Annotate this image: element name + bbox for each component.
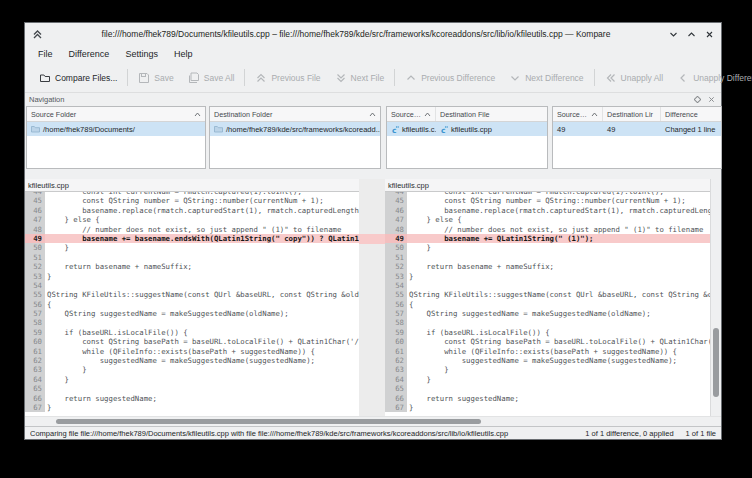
code-line-source-55: 55QString KFileUtils::suggestName(const … xyxy=(25,290,359,299)
navigation-row-source-folder[interactable]: /home/fhek789/Documents/ xyxy=(27,122,205,136)
code-text: // number does not exist, so just append… xyxy=(45,225,359,234)
source-diff-pane[interactable]: kfileutils.cpp 44 const int currentNum =… xyxy=(25,179,359,416)
navigation-row-difference[interactable]: 49 49 Changed 1 line xyxy=(553,122,721,136)
save-all-button[interactable]: Save All xyxy=(181,67,242,89)
code-line-destination-67: 67} xyxy=(385,403,710,412)
maximize-icon[interactable] xyxy=(687,30,696,39)
code-line-source-62: 62 suggestedName = makeSuggestedName(sug… xyxy=(25,356,359,365)
previous-file-button[interactable]: Previous File xyxy=(248,67,327,89)
next-difference-button[interactable]: Next Difference xyxy=(502,67,590,89)
line-number: 50 xyxy=(385,243,407,252)
source-file-value: kfileutils.c... xyxy=(402,125,436,134)
source-file-column-header[interactable]: Source File xyxy=(387,107,436,121)
horizontal-scrollbar-thumb[interactable] xyxy=(56,419,481,424)
line-number: 53 xyxy=(25,272,45,281)
line-number: 49 xyxy=(385,234,407,243)
code-text: } xyxy=(407,243,710,252)
code-text xyxy=(45,281,359,290)
diff-connector-band xyxy=(359,234,385,244)
source-folder-header-label: Source Folder xyxy=(31,110,191,119)
code-line-destination-65: 65 xyxy=(385,384,710,393)
minimize-icon[interactable] xyxy=(669,30,678,39)
difference-list[interactable]: Source Line Destination Lir Difference 4… xyxy=(552,106,722,169)
titlebar[interactable]: file:///home/fhek789/Documents/kfileutil… xyxy=(25,23,721,45)
compare-files-button[interactable]: Compare Files... xyxy=(32,67,124,89)
code-text: const QString number = QString::number(c… xyxy=(45,196,359,205)
file-list[interactable]: Source File Destination File c kfileutil… xyxy=(386,106,548,169)
float-panel-icon[interactable] xyxy=(694,96,701,103)
unapply-difference-button[interactable]: Unapply Difference xyxy=(670,67,752,89)
line-number: 58 xyxy=(25,318,45,327)
destination-folder-value: /home/fhek789/kde/src/frameworks/kcoread… xyxy=(226,125,380,134)
line-number: 52 xyxy=(385,262,407,271)
destination-file-column-header[interactable]: Destination File xyxy=(436,107,547,121)
menu-file[interactable]: File xyxy=(30,48,61,60)
code-line-source-59: 59 if (baseURL.isLocalFile()) { xyxy=(25,328,359,337)
code-line-source-53: 53} xyxy=(25,272,359,281)
line-number: 61 xyxy=(385,347,407,356)
chevron-down-icon xyxy=(509,72,521,84)
navigation-row-files[interactable]: c kfileutils.c... c kfileutils.cpp xyxy=(387,122,547,136)
line-number: 62 xyxy=(25,356,45,365)
navigation-panel-titlebar[interactable]: Navigation xyxy=(25,93,721,105)
source-pane-header: kfileutils.cpp xyxy=(25,179,359,192)
line-number: 52 xyxy=(25,262,45,271)
line-number: 47 xyxy=(385,215,407,224)
code-text xyxy=(45,253,359,262)
horizontal-scrollbar[interactable] xyxy=(25,417,710,426)
line-number: 57 xyxy=(385,309,407,318)
next-file-button[interactable]: Next File xyxy=(328,67,392,89)
difference-count: 1 of 1 difference, 0 applied xyxy=(585,429,673,438)
destination-code-area[interactable]: 44 const int currentNum = rmatch.capture… xyxy=(385,192,710,416)
code-text: } xyxy=(45,365,359,374)
destination-line-header-label: Destination Lir xyxy=(607,110,656,119)
diff-view: kfileutils.cpp 44 const int currentNum =… xyxy=(25,179,721,426)
list-empty-area xyxy=(27,136,205,168)
svg-text:c: c xyxy=(441,125,445,134)
source-folder-column-header[interactable]: Source Folder xyxy=(27,107,205,121)
toolbar-separator xyxy=(127,69,128,86)
line-number: 56 xyxy=(25,300,45,309)
vertical-scrollbar-thumb[interactable] xyxy=(713,328,719,397)
code-line-destination-55: 55QString KFileUtils::suggestName(const … xyxy=(385,290,710,299)
code-line-source-48: 48 // number does not exist, so just app… xyxy=(25,225,359,234)
source-pane-filename: kfileutils.cpp xyxy=(28,181,69,190)
line-number: 46 xyxy=(385,206,407,215)
close-icon[interactable] xyxy=(705,30,714,39)
line-number: 67 xyxy=(25,403,45,412)
source-line-column-header[interactable]: Source Line xyxy=(553,107,603,121)
code-text: if (baseURL.isLocalFile()) { xyxy=(45,328,359,337)
destination-folder-column-header[interactable]: Destination Folder xyxy=(210,107,380,121)
compare-files-label: Compare Files... xyxy=(55,73,117,83)
menu-help[interactable]: Help xyxy=(166,48,201,60)
horizontal-splitter[interactable] xyxy=(25,171,721,179)
code-text: return suggestedName; xyxy=(45,394,359,403)
vertical-scrollbar[interactable] xyxy=(710,179,721,416)
code-text: const QString number = QString::number(c… xyxy=(407,196,710,205)
previous-difference-button[interactable]: Previous Difference xyxy=(398,67,502,89)
source-code-area[interactable]: 44 const int currentNum = rmatch.capture… xyxy=(25,192,359,416)
destination-folder-list[interactable]: Destination Folder /home/fhek789/kde/src… xyxy=(209,106,381,169)
code-text: basename.replace(rmatch.capturedStart(1)… xyxy=(407,206,710,215)
toolbar: Compare Files... Save Save All Previous … xyxy=(25,63,721,93)
file-count: 1 of 1 file xyxy=(686,429,716,438)
line-number: 64 xyxy=(385,375,407,384)
code-text: } else { xyxy=(407,215,710,224)
destination-line-column-header[interactable]: Destination Lir xyxy=(603,107,661,121)
code-text: suggestedName = makeSuggestedName(sugges… xyxy=(407,356,710,365)
source-folder-list[interactable]: Source Folder /home/fhek789/Documents/ xyxy=(26,106,206,169)
source-file-header-label: Source File xyxy=(391,110,421,119)
unapply-all-button[interactable]: Unapply All xyxy=(598,67,671,89)
menu-difference[interactable]: Difference xyxy=(61,48,118,60)
difference-column-header[interactable]: Difference xyxy=(661,107,721,121)
destination-diff-pane[interactable]: kfileutils.cpp 44 const int currentNum =… xyxy=(385,179,710,416)
source-folder-value: /home/fhek789/Documents/ xyxy=(43,125,135,134)
code-text: } xyxy=(45,272,359,281)
navigation-row-destination-folder[interactable]: /home/fhek789/kde/src/frameworks/kcoread… xyxy=(210,122,380,136)
close-panel-icon[interactable] xyxy=(708,96,715,103)
line-number: 55 xyxy=(25,290,45,299)
code-text: { xyxy=(45,300,359,309)
code-text xyxy=(407,318,710,327)
menu-settings[interactable]: Settings xyxy=(117,48,166,60)
save-button[interactable]: Save xyxy=(131,67,180,89)
